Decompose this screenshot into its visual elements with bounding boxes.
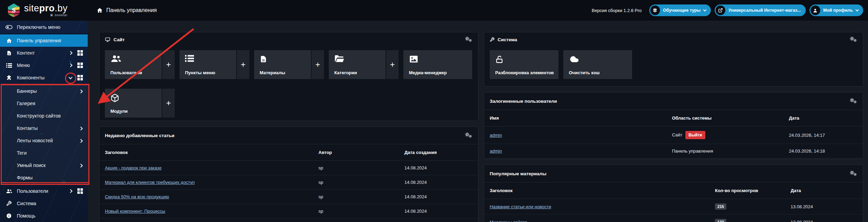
card-settings-gears-icon[interactable] [465,36,473,43]
sidebar-item-label: Система [17,201,36,206]
submenu-item-contacts[interactable]: Контакты [2,122,88,134]
tile-unlock-items[interactable]: Разблокировка элементов [490,50,558,79]
users-icon [110,55,121,63]
article-link[interactable]: Акция - подарок при заказе [105,165,162,170]
add-category-button[interactable] [386,50,399,79]
column-header: Кол-во просмотров [709,182,785,199]
article-link[interactable]: Материал для клиентов требующих доступ [105,180,195,185]
info-icon [6,213,12,219]
sidebar-item-users[interactable]: Пользователи [0,185,88,197]
list-icon [185,55,194,62]
card-settings-gears-icon[interactable] [850,36,857,43]
logged-users-table: Имя Область системы Дата admin СайтВыйти… [484,110,863,158]
grid-icon [77,63,83,68]
sidebar-item-label: Панель управления [17,38,61,43]
content-grid-button[interactable] [77,50,83,56]
components-grid-button[interactable] [77,75,83,80]
card-settings-gears-icon[interactable] [850,170,857,177]
column-header: Дата [783,110,863,126]
table-row: admin Панель управления 24.03.2026, 14:1… [484,144,863,158]
system-area: Сайт [672,132,682,137]
card-title: Недавно добавленные статьи [105,133,174,138]
table-row: Материал для клиентов требующих доступ s… [99,175,478,190]
profile-button-label: Мой профиль [823,8,853,13]
external-link-icon [718,8,723,13]
popular-articles-card: Популярные материалы Заголовок Кол-во пр… [484,165,863,222]
folder-icon [334,55,345,63]
signpost-icon [652,8,658,13]
tile-categories[interactable]: Категории [329,50,386,79]
sidebar-item-system[interactable]: Система [0,197,88,210]
system-area: Панель управления [672,148,713,154]
toggle-menu-item[interactable]: Переключить меню [0,21,88,34]
user-icon [813,8,818,13]
column-header: Заголовок [484,182,709,199]
add-menu-item-button[interactable] [237,50,249,79]
article-link[interactable]: Название статьи или новости [490,204,551,209]
article-link[interactable]: Миллионы сайтов [490,220,527,222]
article-date: 14.08.2024 [399,175,478,190]
column-header: Заголовок [99,144,313,161]
grid-icon [77,75,83,80]
system-card: Система Разблокировка элементов Очис [484,32,863,87]
brand-logo[interactable]: S sitepro.by ⊠ Joomla! [0,3,88,18]
puzzle-icon [6,75,12,81]
card-title: Популярные материалы [490,171,546,176]
top-bar: S sitepro.by ⊠ Joomla! Панель управления… [0,0,868,21]
submenu-item-forms[interactable]: Формы [2,171,88,184]
card-settings-gears-icon[interactable] [850,98,857,104]
unlock-icon [495,55,503,64]
add-module-button[interactable] [162,89,175,118]
add-user-button[interactable] [162,50,175,79]
submenu-item-gallery[interactable]: Галерея [2,97,88,110]
sidebar-item-label: Пользователи [17,188,48,194]
sidebar: Переключить меню Панель управления Конте… [0,21,88,222]
list-icon [6,63,12,68]
sidebar-item-menu[interactable]: Меню [0,59,88,71]
chevron-right-icon [79,139,83,143]
users-grid-button[interactable] [77,188,83,194]
toggle-icon [6,25,12,30]
article-date: 13.08.2024 [785,214,863,222]
logout-button[interactable]: Выйти [685,131,705,139]
submenu-item-tags[interactable]: Теги [2,147,88,159]
column-header: Область системы [666,110,783,126]
article-link[interactable]: Новый компонент: Процессы [105,209,165,214]
chevron-right-icon [79,126,83,130]
submenu-item-newsfeeds[interactable]: Ленты новостей [2,134,88,147]
card-title: Залогиненные пользователи [490,99,557,104]
site-card: Сайт Пользователи Пункты [99,32,478,121]
tile-modules[interactable]: Модули [105,89,162,118]
sidebar-item-dashboard[interactable]: Панель управления [0,34,88,47]
submenu-item-smart-search[interactable]: Умный поиск [2,159,88,171]
shop-link-button[interactable]: Универсальный Интернет-магаз... [715,4,806,16]
menu-grid-button[interactable] [77,63,83,68]
article-link[interactable]: Скидка 50% на всю продукцию [105,194,169,199]
tours-button[interactable]: Обучающие туры [649,4,711,16]
tile-media-manager[interactable]: Медиа-менеджер [403,50,472,79]
tile-clear-cache[interactable]: Очистить кэш [563,50,632,79]
grid-icon [77,50,83,56]
user-link[interactable]: admin [490,148,502,154]
user-link[interactable]: admin [490,133,502,138]
sidebar-item-content[interactable]: Контент [0,47,88,59]
submenu-item-site-builder[interactable]: Конструктор сайтов [2,110,88,122]
table-row: Миллионы сайтов 133 13.08.2024 [484,214,863,222]
article-author: sp [313,175,399,190]
sidebar-item-label: Контент [17,50,35,56]
tile-articles[interactable]: Материалы [254,50,311,79]
sidebar-item-components[interactable]: Компоненты [0,71,88,84]
sidebar-item-help[interactable]: Помощь [0,210,88,222]
card-settings-gears-icon[interactable] [465,132,473,138]
chevron-down-icon [703,8,707,12]
submenu-item-banners[interactable]: Баннеры [2,85,88,97]
tile-users[interactable]: Пользователи [105,50,162,79]
page-title-label: Панель управления [106,7,157,13]
add-article-button[interactable] [312,50,324,79]
main-content: Сайт Пользователи Пункты [88,21,868,222]
chevron-right-icon [68,189,72,193]
column-header: Дата [785,182,863,199]
tile-menu-items[interactable]: Пункты меню [180,50,236,79]
table-row: Скидка 50% на всю продукцию sp 14.08.202… [99,190,478,204]
profile-button[interactable]: Мой профиль [810,4,863,16]
